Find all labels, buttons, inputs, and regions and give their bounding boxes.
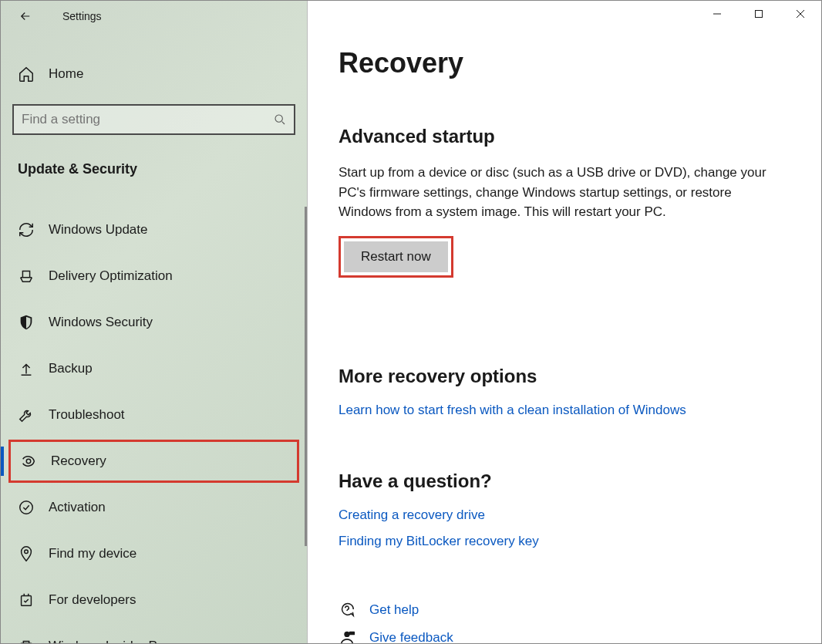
svg-point-3 xyxy=(25,550,29,554)
home-label: Home xyxy=(49,66,83,82)
window-controls xyxy=(696,1,821,27)
check-circle-icon xyxy=(18,499,35,516)
sidebar-item-label: Windows Insider Program xyxy=(49,639,199,644)
main-content: Recovery Advanced startup Start up from … xyxy=(308,1,821,643)
sidebar-item-windows-insider[interactable]: Windows Insider Program xyxy=(1,623,307,644)
svg-rect-7 xyxy=(349,631,355,635)
search-box[interactable] xyxy=(12,104,295,135)
sidebar-item-backup[interactable]: Backup xyxy=(1,346,307,392)
get-help-row[interactable]: Get help xyxy=(339,602,783,619)
more-recovery-heading: More recovery options xyxy=(339,366,783,387)
backup-icon xyxy=(18,360,35,377)
have-a-question-section: Have a question? Creating a recovery dri… xyxy=(339,470,783,560)
sidebar-item-delivery-optimization[interactable]: Delivery Optimization xyxy=(1,253,307,299)
sidebar-item-label: Delivery Optimization xyxy=(49,268,173,284)
sidebar-item-label: Recovery xyxy=(51,453,106,469)
minimize-button[interactable] xyxy=(696,1,738,27)
page-title: Recovery xyxy=(339,47,783,79)
insider-icon xyxy=(18,638,35,644)
get-help-link[interactable]: Get help xyxy=(369,602,419,618)
advanced-startup-heading: Advanced startup xyxy=(339,126,783,147)
sidebar-item-find-my-device[interactable]: Find my device xyxy=(1,531,307,577)
location-icon xyxy=(18,545,35,562)
svg-point-1 xyxy=(26,459,31,464)
sidebar-item-windows-update[interactable]: Windows Update xyxy=(1,207,307,253)
give-feedback-link[interactable]: Give feedback xyxy=(369,630,453,644)
sidebar-item-for-developers[interactable]: For developers xyxy=(1,577,307,623)
svg-point-0 xyxy=(275,115,282,122)
sidebar-item-home[interactable]: Home xyxy=(1,55,307,93)
sidebar-item-label: Backup xyxy=(49,361,93,376)
restart-button-highlight: Restart now xyxy=(339,236,453,278)
start-fresh-link[interactable]: Learn how to start fresh with a clean in… xyxy=(339,403,686,418)
recovery-drive-link[interactable]: Creating a recovery drive xyxy=(339,507,485,523)
have-a-question-heading: Have a question? xyxy=(339,470,783,492)
svg-point-2 xyxy=(20,501,33,514)
sidebar-item-label: Windows Security xyxy=(49,315,153,330)
sidebar-item-recovery[interactable]: Recovery xyxy=(8,440,299,483)
sync-icon xyxy=(18,221,35,238)
more-recovery-section: More recovery options Learn how to start… xyxy=(339,366,783,429)
sidebar-item-troubleshoot[interactable]: Troubleshoot xyxy=(1,392,307,438)
bitlocker-link[interactable]: Finding my BitLocker recovery key xyxy=(339,534,539,549)
wrench-icon xyxy=(18,406,35,423)
sidebar-item-activation[interactable]: Activation xyxy=(1,484,307,531)
svg-rect-8 xyxy=(756,11,763,18)
shield-icon xyxy=(18,314,35,331)
back-button[interactable] xyxy=(10,1,41,32)
nav-list: Windows Update Delivery Optimization Win… xyxy=(1,207,307,644)
help-icon xyxy=(339,602,355,619)
advanced-startup-description: Start up from a device or disc (such as … xyxy=(339,163,770,222)
section-header: Update & Security xyxy=(18,161,307,177)
titlebar: Settings xyxy=(1,1,307,32)
sidebar-item-label: For developers xyxy=(49,592,136,608)
maximize-button[interactable] xyxy=(738,1,780,27)
close-button[interactable] xyxy=(780,1,821,27)
sidebar-item-label: Windows Update xyxy=(49,222,148,238)
recovery-icon xyxy=(20,453,37,470)
sidebar: Settings Home Update & Security Windows … xyxy=(1,1,308,643)
search-input[interactable] xyxy=(22,112,274,127)
sidebar-item-label: Find my device xyxy=(49,546,136,561)
developer-icon xyxy=(18,592,35,609)
footer-links: Get help Give feedback xyxy=(339,602,783,644)
svg-point-6 xyxy=(344,631,349,636)
advanced-startup-section: Advanced startup Start up from a device … xyxy=(339,126,783,324)
sidebar-item-label: Activation xyxy=(49,500,106,515)
sidebar-item-label: Troubleshoot xyxy=(49,407,125,423)
give-feedback-row[interactable]: Give feedback xyxy=(339,629,783,644)
restart-now-button[interactable]: Restart now xyxy=(344,241,448,272)
app-title: Settings xyxy=(62,10,102,22)
sidebar-item-windows-security[interactable]: Windows Security xyxy=(1,299,307,346)
delivery-icon xyxy=(18,268,35,285)
feedback-icon xyxy=(339,629,355,644)
search-icon xyxy=(274,113,286,126)
home-icon xyxy=(18,66,35,83)
